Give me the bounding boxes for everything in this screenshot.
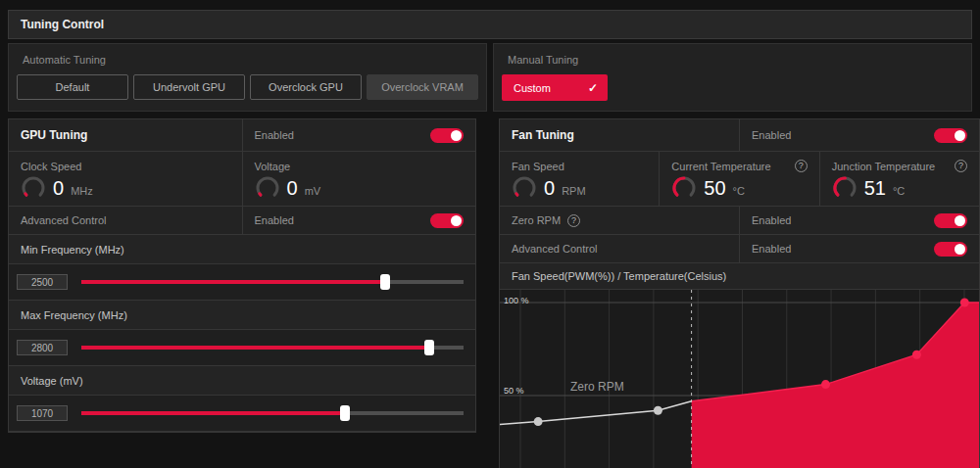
gpu-tuning-title: GPU Tuning bbox=[21, 128, 87, 142]
junction-temperature-cell: Junction Temperature ? 51 °C bbox=[819, 152, 979, 206]
gpu-advanced-control-cell: Advanced Control bbox=[9, 207, 242, 234]
min-frequency-input[interactable] bbox=[17, 274, 68, 290]
toggle-knob bbox=[451, 215, 462, 226]
gpu-tuning-enabled-toggle[interactable] bbox=[430, 128, 464, 143]
gpu-tuning-enabled-cell: Enabled bbox=[242, 119, 476, 151]
gpu-tuning-title-cell: GPU Tuning bbox=[9, 119, 242, 151]
fan-tuning-enabled-toggle[interactable] bbox=[934, 128, 967, 143]
gpu-advanced-control-toggle[interactable] bbox=[430, 213, 464, 228]
junction-temperature-label: Junction Temperature bbox=[832, 161, 936, 172]
undervolt-gpu-button[interactable]: Undervolt GPU bbox=[133, 74, 245, 100]
voltage-slider[interactable] bbox=[81, 405, 464, 421]
gpu-advanced-enabled-label: Enabled bbox=[255, 214, 294, 226]
fan-speed-gauge-icon bbox=[512, 175, 537, 201]
zero-rpm-enabled-label: Enabled bbox=[752, 214, 791, 226]
voltage-label: Voltage bbox=[255, 161, 291, 172]
max-frequency-slider[interactable] bbox=[81, 340, 464, 355]
slider-fill bbox=[81, 280, 385, 284]
min-frequency-slider-row bbox=[9, 264, 475, 301]
zero-rpm-enabled-cell: Enabled bbox=[739, 207, 979, 234]
zero-rpm-label: Zero RPM bbox=[512, 214, 561, 226]
fan-advanced-enabled-cell: Enabled bbox=[739, 235, 979, 262]
fan-curve-chart-title: Fan Speed(PWM(%)) / Temperature(Celsius) bbox=[500, 263, 979, 290]
overclock-gpu-button[interactable]: Overclock GPU bbox=[250, 74, 362, 100]
current-temperature-label: Current Temperature bbox=[671, 161, 770, 172]
toggle-knob bbox=[955, 130, 965, 141]
fan-curve-point[interactable] bbox=[821, 380, 830, 389]
fan-curve-point[interactable] bbox=[960, 299, 969, 307]
gpu-gauges-row: Clock Speed 0 MHz Voltage 0 mV bbox=[9, 152, 475, 207]
help-icon[interactable]: ? bbox=[955, 160, 967, 172]
max-frequency-input[interactable] bbox=[17, 340, 68, 355]
gpu-tuning-panel: GPU Tuning Enabled Clock Speed 0 MHz Vol… bbox=[8, 118, 476, 433]
fan-advanced-control-cell: Advanced Control bbox=[500, 235, 739, 262]
fan-tuning-header: Fan Tuning Enabled bbox=[500, 119, 979, 152]
junction-temperature-gauge-icon bbox=[832, 175, 858, 201]
fan-curve-svg[interactable] bbox=[500, 290, 979, 468]
voltage-gauge-icon bbox=[255, 175, 280, 201]
gpu-advanced-enabled-cell: Enabled bbox=[242, 207, 476, 234]
junction-temperature-unit: °C bbox=[893, 185, 905, 197]
current-temperature-gauge-icon bbox=[671, 175, 697, 201]
overclock-vram-button[interactable]: Overclock VRAM bbox=[367, 74, 478, 100]
voltage-unit: mV bbox=[305, 185, 321, 197]
fan-advanced-control-toggle[interactable] bbox=[934, 242, 967, 257]
junction-temperature-value: 51 bbox=[864, 177, 886, 200]
clock-speed-value: 0 bbox=[53, 177, 64, 200]
fan-curve-chart[interactable]: 100 % 50 % Zero RPM bbox=[500, 290, 979, 468]
fan-speed-cell: Fan Speed 0 RPM bbox=[500, 152, 659, 206]
fan-tuning-title-cell: Fan Tuning bbox=[500, 119, 739, 151]
current-temperature-unit: °C bbox=[733, 185, 745, 197]
max-frequency-label: Max Frequency (MHz) bbox=[9, 301, 475, 330]
current-temperature-cell: Current Temperature ? 50 °C bbox=[659, 152, 818, 206]
automatic-tuning-section: Automatic Tuning Default Undervolt GPU O… bbox=[8, 43, 487, 112]
custom-button-label: Custom bbox=[514, 82, 551, 94]
voltage-value: 0 bbox=[287, 177, 298, 200]
zero-rpm-row: Zero RPM ? Enabled bbox=[500, 207, 979, 235]
fan-curve-point[interactable] bbox=[912, 351, 921, 359]
min-frequency-slider-handle[interactable] bbox=[380, 274, 390, 290]
slider-fill bbox=[81, 411, 345, 415]
fan-tuning-title: Fan Tuning bbox=[512, 128, 574, 142]
fan-advanced-control-label: Advanced Control bbox=[512, 243, 597, 255]
clock-speed-gauge-icon bbox=[21, 175, 46, 201]
manual-tuning-section: Manual Tuning Custom ✓ bbox=[493, 43, 972, 112]
slider-fill bbox=[81, 346, 429, 350]
clock-speed-label: Clock Speed bbox=[21, 161, 81, 172]
manual-tuning-label: Manual Tuning bbox=[494, 44, 971, 74]
automatic-tuning-buttons: Default Undervolt GPU Overclock GPU Over… bbox=[9, 74, 486, 100]
toggle-knob bbox=[955, 244, 965, 255]
max-frequency-slider-row bbox=[9, 330, 475, 366]
fan-curve-point[interactable] bbox=[654, 406, 662, 415]
max-frequency-slider-handle[interactable] bbox=[424, 340, 434, 355]
fan-tuning-panel: Fan Tuning Enabled Fan Speed 0 RPM Curre… bbox=[499, 118, 980, 468]
min-frequency-slider[interactable] bbox=[81, 274, 464, 290]
help-icon[interactable]: ? bbox=[567, 214, 580, 227]
custom-button[interactable]: Custom ✓ bbox=[502, 74, 608, 101]
help-icon[interactable]: ? bbox=[795, 160, 808, 172]
gpu-advanced-control-row: Advanced Control Enabled bbox=[9, 207, 475, 235]
fan-curve-point[interactable] bbox=[534, 417, 543, 426]
check-icon: ✓ bbox=[588, 81, 598, 95]
fan-gauges-row: Fan Speed 0 RPM Current Temperature ? 50… bbox=[500, 152, 979, 207]
fan-speed-unit: RPM bbox=[562, 185, 585, 197]
clock-speed-unit: MHz bbox=[71, 185, 93, 197]
gpu-advanced-control-label: Advanced Control bbox=[21, 214, 106, 226]
fan-tuning-enabled-label: Enabled bbox=[752, 129, 791, 141]
voltage-mv-label: Voltage (mV) bbox=[9, 366, 475, 396]
zero-rpm-annotation: Zero RPM bbox=[570, 380, 624, 394]
current-temperature-value: 50 bbox=[704, 177, 725, 200]
voltage-input[interactable] bbox=[17, 405, 68, 421]
page-title-bar: Tuning Control bbox=[8, 10, 972, 39]
clock-speed-cell: Clock Speed 0 MHz bbox=[9, 152, 242, 206]
voltage-slider-row bbox=[9, 396, 475, 432]
fan-advanced-enabled-label: Enabled bbox=[752, 243, 791, 255]
fan-advanced-control-row: Advanced Control Enabled bbox=[500, 235, 979, 263]
zero-rpm-toggle[interactable] bbox=[934, 213, 967, 228]
fan-tuning-enabled-cell: Enabled bbox=[739, 119, 979, 151]
voltage-cell: Voltage 0 mV bbox=[242, 152, 476, 206]
min-frequency-label: Min Frequency (MHz) bbox=[9, 235, 475, 264]
gpu-tuning-header: GPU Tuning Enabled bbox=[9, 119, 475, 152]
voltage-slider-handle[interactable] bbox=[340, 405, 350, 421]
default-button[interactable]: Default bbox=[17, 74, 128, 100]
